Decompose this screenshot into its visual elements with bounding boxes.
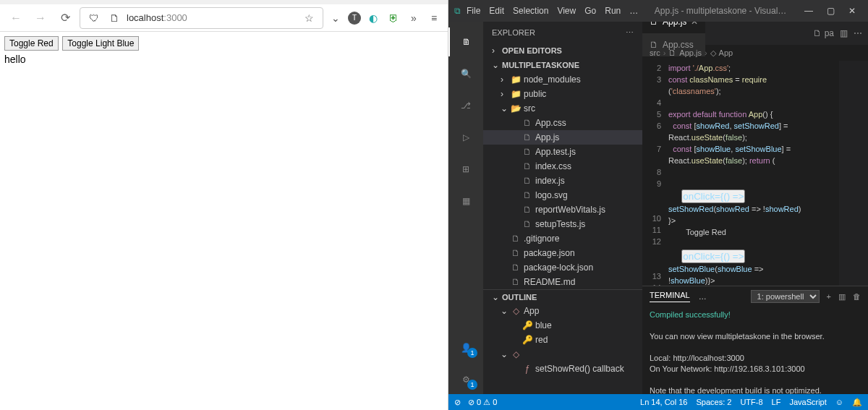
lang-status[interactable]: JavaScript [789, 398, 826, 407]
ext-icon-2[interactable]: ◐ [365, 10, 381, 26]
menu-run[interactable]: Run [600, 6, 625, 16]
shield-icon: 🛡 [86, 10, 102, 26]
open-editors-section[interactable]: ›OPEN EDITORS [483, 43, 642, 58]
crumb-0: src [650, 48, 660, 57]
tree-item-package-json[interactable]: 🗋package.json [483, 246, 642, 260]
browser-toolbar: ← → ⟳ 🛡 🗋 localhost:3000 ☆ ⌄ T ◐ ⛨ » ≡ [0, 4, 448, 32]
back-button[interactable]: ← [6, 8, 26, 28]
browser-window: ← → ⟳ 🛡 🗋 localhost:3000 ☆ ⌄ T ◐ ⛨ » ≡ T… [0, 0, 448, 410]
tree-item-index-js[interactable]: 🗋index.js [483, 174, 642, 188]
eol-status[interactable]: LF [772, 398, 781, 407]
vscode-window: ⧉ FileEditSelectionViewGoRun… App.js - m… [448, 0, 868, 410]
forward-button[interactable]: → [30, 8, 51, 28]
tree-item-logo-svg[interactable]: 🗋logo.svg [483, 188, 642, 202]
sidebar: EXPLORER ⋯ ›OPEN EDITORS ⌄MULTIPLETASKON… [483, 22, 642, 394]
titlebar: ⧉ FileEditSelectionViewGoRun… App.js - m… [448, 0, 868, 22]
account-icon[interactable]: 👤1 [448, 333, 483, 362]
outline-setshowred-callback[interactable]: ƒsetShowRed() callback [483, 362, 642, 376]
overflow-icon[interactable]: » [406, 10, 422, 26]
terminal-tab[interactable]: TERMINAL [650, 291, 690, 302]
kill-terminal-icon[interactable]: 🗑 [853, 292, 861, 301]
outline--function-[interactable]: ⌄◇ [483, 347, 642, 362]
sidebar-header: EXPLORER ⋯ [483, 22, 642, 43]
minimap[interactable] [839, 61, 868, 286]
url-text: localhost:3000 [127, 12, 297, 23]
debug-icon[interactable]: ▷ [448, 123, 483, 152]
outline-red[interactable]: 🔑red [483, 333, 642, 347]
tabs-pa-icon[interactable]: 🗋 pa [813, 28, 834, 38]
terminal-select[interactable]: 1: powershell [751, 290, 820, 303]
crumb-1: App.js [679, 48, 702, 57]
tree-item-package-lock-json[interactable]: 🗋package-lock.json [483, 260, 642, 275]
ext-icon-3[interactable]: ⛨ [386, 10, 401, 26]
tabs-more-icon[interactable]: ⋯ [854, 28, 862, 38]
breadcrumb[interactable]: src › 🗋 App.js › ◇ App [642, 45, 868, 61]
ext-icon-1[interactable]: T [348, 12, 361, 25]
menu-view[interactable]: View [553, 6, 580, 16]
feedback-icon[interactable]: ☺ [835, 398, 843, 407]
bell-icon[interactable]: 🔔 [852, 398, 862, 407]
extensions-icon[interactable]: ⊞ [448, 155, 483, 184]
url-host: localhost [127, 12, 163, 23]
menu-…[interactable]: … [625, 6, 642, 16]
lock-icon: 🗋 [106, 10, 122, 26]
window-title: App.js - multipletaskone - Visual… [644, 6, 797, 16]
cursor-position[interactable]: Ln 14, Col 16 [640, 398, 687, 407]
star-icon[interactable]: ☆ [301, 10, 317, 26]
tree-item-app-css[interactable]: 🗋App.css [483, 116, 642, 130]
code-content[interactable]: import './App.css';const classNames = re… [668, 61, 839, 286]
search-icon[interactable]: 🔍 [448, 59, 483, 88]
tree-item-readme-md[interactable]: 🗋README.md [483, 275, 642, 289]
maximize-button[interactable]: ▢ [820, 4, 841, 18]
tree-item-setuptests-js[interactable]: 🗋setupTests.js [483, 217, 642, 231]
minimize-button[interactable]: — [799, 4, 819, 18]
project-root[interactable]: ⌄MULTIPLETASKONE [483, 58, 642, 72]
menu-go[interactable]: Go [580, 6, 600, 16]
outline-app[interactable]: ⌄◇App [483, 304, 642, 318]
tree-item-app-test-js[interactable]: 🗋App.test.js [483, 145, 642, 159]
editor-area: 🗋App.js✕🗋App.css 🗋 pa ▥ ⋯ src › 🗋 App.js… [642, 22, 868, 394]
tree-item-src[interactable]: ⌄📂src [483, 101, 642, 116]
split-editor-icon[interactable]: ▥ [840, 28, 848, 38]
terminal-panel: TERMINAL … 1: powershell + ▥ 🗑 Compiled … [642, 286, 868, 394]
tree-item-app-js[interactable]: 🗋App.js [483, 130, 642, 145]
url-path: :3000 [163, 12, 187, 23]
menu-selection[interactable]: Selection [509, 6, 553, 16]
encoding-status[interactable]: UTF-8 [740, 398, 762, 407]
menu-file[interactable]: File [462, 6, 485, 16]
tree-item-index-css[interactable]: 🗋index.css [483, 159, 642, 174]
explorer-label: EXPLORER [492, 28, 535, 37]
remote-icon[interactable]: ▦ [448, 187, 483, 215]
toggle-blue-button[interactable]: Toggle Light Blue [62, 36, 139, 51]
outline-section[interactable]: ⌄OUTLINE [483, 289, 642, 304]
close-button[interactable]: ✕ [842, 4, 862, 18]
pocket-icon[interactable]: ⌄ [328, 10, 344, 26]
problems-status[interactable]: ⊘ 0 ⚠ 0 [468, 398, 497, 407]
terminal-body[interactable]: Compiled successfully! You can now view … [642, 307, 868, 394]
statusbar: ⊘ ⊘ 0 ⚠ 0 Ln 14, Col 16 Spaces: 2 UTF-8 … [448, 394, 868, 410]
tree-item-public[interactable]: ›📁public [483, 87, 642, 101]
tab-app-js[interactable]: 🗋App.js✕ [642, 22, 705, 33]
gear-icon[interactable]: ⚙1 [448, 365, 483, 394]
git-icon[interactable]: ⎇ [448, 91, 483, 120]
menu-icon[interactable]: ≡ [426, 10, 442, 26]
indent-status[interactable]: Spaces: 2 [696, 398, 731, 407]
editor-tabs: 🗋App.js✕🗋App.css 🗋 pa ▥ ⋯ [642, 22, 868, 45]
crumb-2: App [719, 48, 733, 57]
tree-item-reportwebvitals-js[interactable]: 🗋reportWebVitals.js [483, 202, 642, 217]
remote-status-icon[interactable]: ⊘ [454, 398, 461, 407]
toggle-red-button[interactable]: Toggle Red [4, 36, 59, 51]
code-editor[interactable]: 23 456 7 89 101112 131415 161718 import … [642, 61, 868, 286]
split-terminal-icon[interactable]: ▥ [838, 292, 846, 302]
tree-item-node_modules[interactable]: ›📁node_modules [483, 72, 642, 87]
reload-button[interactable]: ⟳ [55, 8, 75, 28]
explorer-icon[interactable]: 🗎 [448, 27, 483, 56]
terminal-more-icon[interactable]: … [699, 292, 707, 301]
new-terminal-icon[interactable]: + [827, 292, 831, 301]
menu-edit[interactable]: Edit [485, 6, 509, 16]
url-bar[interactable]: 🛡 🗋 localhost:3000 ☆ [80, 7, 323, 29]
more-icon[interactable]: ⋯ [626, 28, 634, 38]
activity-bar: 🗎 🔍 ⎇ ▷ ⊞ ▦ 👤1 ⚙1 [448, 22, 483, 394]
tree-item--gitignore[interactable]: 🗋.gitignore [483, 231, 642, 246]
outline-blue[interactable]: 🔑blue [483, 318, 642, 333]
